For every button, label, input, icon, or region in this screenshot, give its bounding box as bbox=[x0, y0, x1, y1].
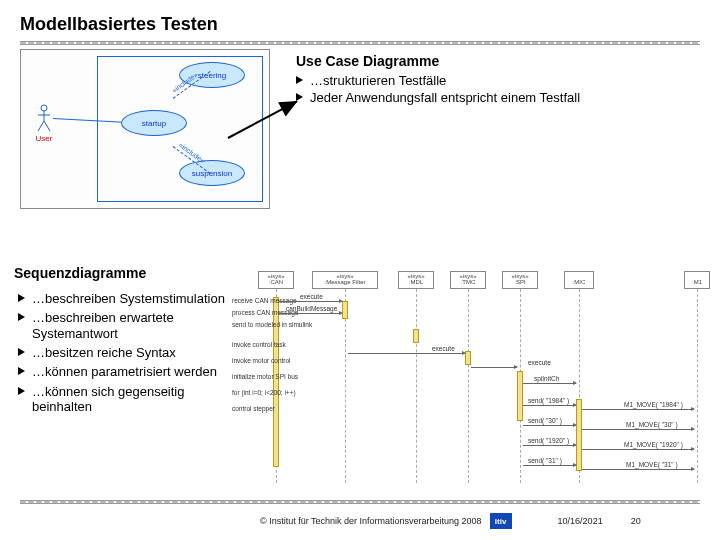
msg-label: M1_MOVE( "1984" ) bbox=[624, 401, 683, 408]
msg-arrow bbox=[582, 429, 694, 430]
msg-arrow bbox=[523, 405, 576, 406]
self-msg: initialize motor SPI bus bbox=[232, 373, 298, 380]
msg-arrow bbox=[582, 409, 694, 410]
msg-label: send( "31" ) bbox=[528, 457, 562, 464]
msg-arrow bbox=[471, 367, 517, 368]
msg-label: execute bbox=[300, 293, 323, 300]
msg-arrow bbox=[523, 465, 576, 466]
sequence-bullets: …beschreiben Systemstimulation …beschrei… bbox=[18, 291, 238, 418]
slide-title: Modellbasiertes Testen bbox=[0, 0, 720, 41]
sequence-bullet: …können parametrisiert werden bbox=[18, 364, 238, 379]
msg-label: M1_MOVE( "31" ) bbox=[626, 461, 678, 468]
usecase-bullet: Jeder Anwendungsfall entspricht einem Te… bbox=[296, 90, 696, 105]
svg-point-0 bbox=[41, 105, 47, 111]
self-msg: for (int i=0; i<200; i++) bbox=[232, 389, 296, 396]
footer-logo: itiv bbox=[490, 513, 512, 529]
sequence-bullet: …beschreiben Systemstimulation bbox=[18, 291, 238, 306]
usecase-bullet: …strukturieren Testfälle bbox=[296, 73, 696, 88]
footer: © Institut für Technik der Informationsv… bbox=[0, 510, 720, 532]
usecase-suspension: suspension bbox=[179, 160, 245, 186]
msg-label: send( "1984" ) bbox=[528, 397, 569, 404]
svg-line-3 bbox=[38, 121, 44, 131]
actor-label: User bbox=[36, 134, 53, 143]
self-msg: control stepper bbox=[232, 405, 275, 412]
usecase-bullets: …strukturieren Testfälle Jeder Anwendung… bbox=[296, 73, 696, 106]
lower-region: Sequenzdiagramme …beschreiben Systemstim… bbox=[0, 265, 720, 495]
actor-user: User bbox=[31, 104, 57, 143]
self-msg: invoke control task bbox=[232, 341, 286, 348]
lifeline-m1: :M1 bbox=[684, 271, 710, 289]
title-divider bbox=[20, 41, 700, 45]
footer-divider bbox=[20, 500, 700, 504]
usecase-heading: Use Case Diagramme bbox=[296, 53, 696, 69]
lifeline-tmc: «isys»:TMC bbox=[450, 271, 486, 289]
msg-arrow bbox=[523, 445, 576, 446]
msg-arrow bbox=[523, 425, 576, 426]
activation bbox=[342, 301, 348, 319]
self-msg: invoke motor control bbox=[232, 357, 291, 364]
lifeline-spi: «isys»:SPI bbox=[502, 271, 538, 289]
msg-arrow bbox=[348, 353, 465, 354]
msg-label: spiInitCh bbox=[534, 375, 559, 382]
lifeline-mdl: «isys»:MDL bbox=[398, 271, 434, 289]
usecase-text-block: Use Case Diagramme …strukturieren Testfä… bbox=[296, 53, 696, 108]
activation bbox=[517, 371, 523, 421]
sequence-bullet: …besitzen reiche Syntax bbox=[18, 345, 238, 360]
self-msg: send to modeled in simulink bbox=[232, 321, 312, 328]
msg-arrow bbox=[582, 449, 694, 450]
msg-arrow bbox=[523, 383, 576, 384]
lifeline-msgfilter: «isys»:Message Filter bbox=[312, 271, 378, 289]
footer-date: 10/16/2021 bbox=[558, 516, 603, 526]
sequence-bullet: …beschreiben erwartete Systemantwort bbox=[18, 310, 238, 341]
msg-label: send( "30" ) bbox=[528, 417, 562, 424]
slide-number: 20 bbox=[631, 516, 641, 526]
lifeline-mic: :MIC bbox=[564, 271, 594, 289]
msg-label: M1_MOVE( "30" ) bbox=[626, 421, 678, 428]
sequence-bullet: …können sich gegenseitig beinhalten bbox=[18, 384, 238, 415]
msg-arrow bbox=[582, 469, 694, 470]
msg-label: canBuildMessage bbox=[286, 305, 337, 312]
sequence-figure: «isys»:CAN «isys»:Message Filter «isys»:… bbox=[236, 271, 714, 483]
msg-arrow bbox=[279, 301, 342, 302]
svg-line-4 bbox=[44, 121, 50, 131]
footer-copyright: © Institut für Technik der Informationsv… bbox=[260, 516, 482, 526]
use-case-figure: User steering startup suspension «includ… bbox=[20, 49, 270, 209]
msg-label: send( "1920" ) bbox=[528, 437, 569, 444]
msg-label: execute bbox=[528, 359, 551, 366]
msg-arrow bbox=[279, 313, 342, 314]
usecase-startup: startup bbox=[121, 110, 187, 136]
lifeline-can: «isys»:CAN bbox=[258, 271, 294, 289]
msg-label: execute bbox=[432, 345, 455, 352]
msg-label: M1_MOVE( "1920" ) bbox=[624, 441, 683, 448]
upper-region: User steering startup suspension «includ… bbox=[0, 49, 720, 229]
activation bbox=[413, 329, 419, 343]
